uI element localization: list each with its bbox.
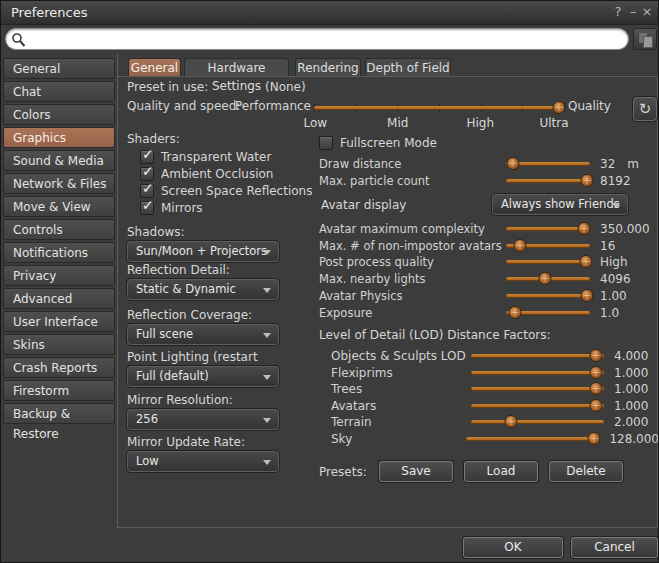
slider-thumb[interactable] (590, 382, 603, 395)
slider-thumb[interactable] (590, 366, 603, 379)
select-reflection-coverage[interactable]: Full scene (127, 324, 279, 345)
select-avatar-display[interactable]: Always show Friends (492, 194, 628, 215)
select-reflection-detail[interactable]: Static & Dynamic (127, 279, 279, 300)
checkbox-transparent-water[interactable] (140, 150, 154, 164)
help-icon[interactable]: ? (611, 4, 625, 19)
ok-button[interactable]: OK (463, 537, 563, 558)
cancel-button[interactable]: Cancel (571, 537, 658, 558)
slider-sky[interactable] (466, 431, 599, 447)
sidebar-item-label: Skins (13, 338, 45, 352)
checkbox-ambient-occlusion[interactable] (140, 167, 154, 181)
titlebar[interactable]: Preferences ? – × (1, 1, 658, 25)
tab-label: Depth of Field (366, 61, 449, 75)
sidebar-item-move-view[interactable]: Move & View (3, 196, 115, 217)
slider-track[interactable] (471, 371, 604, 375)
sidebar-item-advanced[interactable]: Advanced (3, 288, 115, 309)
tab-depth-of-field[interactable]: Depth of Field (365, 58, 451, 76)
copy-search-button[interactable] (633, 28, 657, 50)
slider-track[interactable] (471, 420, 604, 424)
slider-post-process-quality[interactable] (506, 254, 590, 270)
slider-thumb[interactable] (581, 174, 594, 187)
select-value: 256 (136, 412, 158, 426)
close-icon[interactable]: × (640, 4, 654, 19)
slider-exposure[interactable] (506, 305, 590, 321)
slider-thumb[interactable] (514, 239, 527, 252)
slider-value: 1.000 (604, 366, 648, 380)
shaders-label: Shaders: (127, 132, 180, 146)
shader-option: Ambient Occlusion (140, 166, 273, 181)
sidebar-item-graphics[interactable]: Graphics (3, 127, 115, 148)
sidebar-item-notifications[interactable]: Notifications (3, 242, 115, 263)
slider-thumb[interactable] (590, 399, 603, 412)
quality-slider[interactable] (314, 100, 564, 116)
slider-value: 2.000 (604, 415, 648, 429)
select-mirror-resolution[interactable]: 256 (127, 409, 279, 430)
slider-thumb[interactable] (506, 157, 519, 170)
slider-thumb[interactable] (581, 289, 594, 302)
minimize-icon[interactable]: – (626, 4, 640, 19)
slider-track[interactable] (506, 260, 590, 264)
tab-general[interactable]: General (128, 58, 181, 76)
slider-max-particle-count[interactable] (506, 173, 590, 189)
slider-track[interactable] (314, 106, 564, 110)
checkbox-mirrors[interactable] (140, 201, 154, 215)
quality-slider-thumb[interactable] (553, 101, 566, 114)
sidebar-item-privacy[interactable]: Privacy (3, 265, 115, 286)
tab-hardware-settings[interactable]: Hardware Settings (184, 58, 289, 76)
search-box[interactable] (5, 28, 629, 50)
slider-track[interactable] (471, 387, 604, 391)
chevron-down-icon (263, 333, 271, 338)
slider-thumb[interactable] (588, 432, 601, 445)
slider-track[interactable] (466, 437, 599, 441)
sidebar-item-user-interface[interactable]: User Interface (3, 311, 115, 332)
slider-max-of-non-impostor-avatars[interactable] (506, 238, 590, 254)
slider-thumb[interactable] (539, 272, 552, 285)
slider-avatars[interactable] (471, 398, 604, 414)
sidebar-item-skins[interactable]: Skins (3, 334, 115, 355)
slider-terrain[interactable] (471, 414, 604, 430)
search-input[interactable] (28, 30, 622, 50)
slider-avatar-maximum-complexity[interactable] (506, 221, 590, 237)
slider-objects-sculpts-lod[interactable] (471, 348, 604, 364)
slider-track[interactable] (471, 354, 604, 358)
slider-track[interactable] (506, 179, 590, 183)
slider-avatar-physics[interactable] (506, 288, 590, 304)
slider-track[interactable] (471, 404, 604, 408)
sidebar-item-sound-media[interactable]: Sound & Media (3, 150, 115, 171)
load-preset-button[interactable]: Load (464, 461, 538, 482)
slider-flexiprims[interactable] (471, 365, 604, 381)
slider-max-nearby-lights[interactable] (506, 271, 590, 287)
slider-thumb[interactable] (578, 222, 591, 235)
sidebar-item-firestorm[interactable]: Firestorm (3, 380, 115, 401)
save-preset-button[interactable]: Save (379, 461, 453, 482)
slider-value: 32 (590, 157, 615, 171)
sidebar-item-controls[interactable]: Controls (3, 219, 115, 240)
sidebar-item-general[interactable]: General (3, 58, 115, 79)
sidebar-item-colors[interactable]: Colors (3, 104, 115, 125)
sidebar-item-network-files[interactable]: Network & Files (3, 173, 115, 194)
quality-tick-label: Low (303, 116, 327, 130)
slider-thumb[interactable] (509, 306, 522, 319)
refresh-button[interactable]: ↻ (633, 97, 657, 121)
sidebar-item-label: Privacy (13, 269, 56, 283)
slider-thumb[interactable] (504, 415, 517, 428)
slider-draw-distance[interactable] (506, 156, 590, 172)
preset-in-use-label: Preset in use: (127, 80, 208, 94)
slider-value: High (590, 255, 628, 269)
delete-preset-button[interactable]: Delete (549, 461, 623, 482)
select-shadows[interactable]: Sun/Moon + Projectors (127, 241, 279, 262)
sidebar-item-crash-reports[interactable]: Crash Reports (3, 357, 115, 378)
field-shadows: Shadows:Sun/Moon + Projectors (127, 225, 279, 262)
slider-thumb[interactable] (579, 255, 592, 268)
slider-track[interactable] (506, 294, 590, 298)
sidebar-item-chat[interactable]: Chat (3, 81, 115, 102)
select-point-lighting-restart-required[interactable]: Full (default) (127, 366, 279, 387)
select-mirror-update-rate[interactable]: Low (127, 451, 279, 472)
tab-rendering[interactable]: Rendering (295, 58, 361, 76)
checkbox-fullscreen-mode[interactable] (319, 136, 333, 150)
slider-thumb[interactable] (590, 349, 603, 362)
slider-trees[interactable] (471, 381, 604, 397)
sidebar-item-backup-restore[interactable]: Backup & Restore (3, 403, 115, 424)
checkbox-label: Transparent Water (161, 150, 271, 164)
checkbox-screen-space-reflections[interactable] (140, 184, 154, 198)
